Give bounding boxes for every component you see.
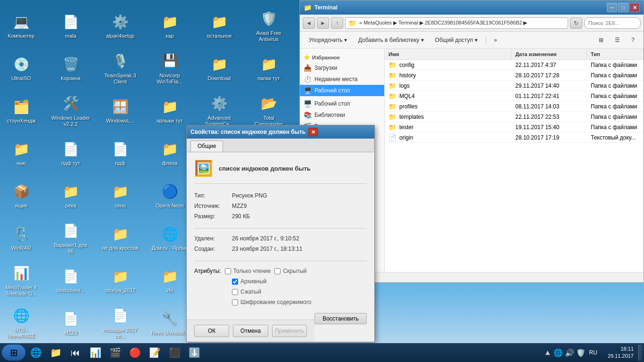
icon-pdf-tut[interactable]: 📄 пдф тут [50,132,92,174]
tab-general[interactable]: Общие [190,140,223,152]
share-button[interactable]: Общий доступ ▾ [430,33,483,47]
start-button[interactable]: ⊞ [2,345,25,361]
file-row-config[interactable]: 📁 config 22.11.2017 4:37 Папка с файлами [385,60,644,70]
icon-pdf[interactable]: 📄 пдф [99,132,141,174]
tray-security-icon[interactable]: 🛡️ [576,348,586,357]
attr-readonly-label[interactable]: Только чтение [225,268,271,274]
icon-alpari4setup[interactable]: ⚙️ alpari4setup [99,5,141,47]
close-button[interactable]: ✕ [629,3,640,12]
view-details-button[interactable]: ⊞ [594,33,609,47]
icon-stounhend[interactable]: 🗂️ стоунХендж [0,90,42,132]
icon-mzz9[interactable]: 📄 МZZ9 [50,302,92,344]
col-type-header[interactable]: Тип [587,49,644,59]
attr-compressed-label[interactable]: Сжатый [232,288,261,295]
icon-istoriya[interactable]: 📁 istoriya_2017 [99,259,141,302]
icon-avast[interactable]: 🛡️ Avast Free Antivirus [248,5,290,47]
icon-variant1[interactable]: 📄 Вариант1 для 96 [50,217,92,259]
taskbar-excel-icon[interactable]: 📊 [86,345,105,361]
attr-hidden-label[interactable]: Скрытый [274,268,306,274]
attr-encrypted-checkbox[interactable] [232,299,238,305]
file-row-tester[interactable]: 📁 tester 19.11.2017 15:40 Папка с файлам… [385,122,644,132]
file-row-profiles[interactable]: 📁 profiles 08.11.2017 14:03 Папка с файл… [385,101,644,112]
dialog-close-button[interactable]: ✕ [308,128,318,136]
restore-button[interactable]: Восстановить [314,313,367,324]
taskbar-media-icon[interactable]: ⏮ [66,345,85,361]
attr-archive-label[interactable]: Архивный [232,278,267,285]
attr-archive-checkbox[interactable] [232,279,238,285]
show-desktop-button[interactable] [638,345,642,361]
nav-downloads[interactable]: 📥 Загрузки [300,62,384,74]
icon-teamspeak3[interactable]: 🎙️ TeamSpeak 3 Client [99,47,141,90]
tray-clock[interactable]: 18:11 29.11.2017 [604,346,637,360]
icon-kar[interactable]: 📁 кар [149,5,191,47]
tray-volume-icon[interactable]: 🔊 [565,348,574,357]
maximize-button[interactable]: □ [618,3,628,12]
icon-novicorp[interactable]: 💾 Novicorp WinToFla... [149,47,191,90]
file-row-logs[interactable]: 📁 logs 29.11.2017 14:40 Папка с файлами [385,81,644,91]
nav-desktop[interactable]: 🖥️ Рабочий стол [300,85,384,96]
icon-revo[interactable]: 🔧 Revo Uninstall... [149,302,191,344]
icon-winrar[interactable]: 🗜️ WinRAR [0,217,42,259]
file-row-origin[interactable]: 📄 origin 28.10.2017 17:19 Текстовый доку… [385,132,644,143]
col-date-header[interactable]: Дата изменения [512,49,587,59]
icon-ultraiso[interactable]: 💿 UltraISO [0,47,42,90]
icon-computer[interactable]: 💻 Компьютер [0,5,42,47]
back-button[interactable]: ◄ [303,17,315,29]
add-to-library-button[interactable]: Добавить в библиотеку ▾ [353,33,429,47]
attr-encrypted-label[interactable]: Шифрование содержимого [232,299,312,305]
icon-dom-ru[interactable]: 🌐 Дом.ru - Ярлык [149,217,191,259]
icon-korzina[interactable]: 🗑️ Корзина [50,47,92,90]
icon-flekha[interactable]: 📁 флеха [149,132,191,174]
address-path[interactable]: 📁 « MetaQuotes ▶ Terminal ▶ 2E8DC2398108… [345,17,568,29]
minimize-button[interactable]: ─ [607,3,617,12]
icon-obshchest[interactable]: 📄 obshchest... [50,259,92,302]
icon-papki-tut[interactable]: 📁 папки тут [248,47,290,90]
attr-compressed-checkbox[interactable] [232,289,238,295]
attr-readonly-checkbox[interactable] [225,268,231,274]
view-list-button[interactable]: ☰ [610,33,625,47]
tray-lang[interactable]: RU [587,349,599,356]
up-button[interactable]: ↑ [331,17,343,29]
cancel-button[interactable]: Отмена [233,325,268,337]
icon-ostalnoe[interactable]: 📁 остальное [198,5,240,47]
file-row-history[interactable]: 📁 history 28.10.2017 17:28 Папка с файла… [385,70,644,81]
file-row-templates[interactable]: 📁 templates 22.11.2017 22:53 Папка с фай… [385,112,644,122]
icon-metatrader4[interactable]: 📊 MetaTrader 4 Teletrade G... [0,259,42,302]
taskbar-torrent-icon[interactable]: ⬇️ [185,345,204,361]
icon-nyu[interactable]: 📁 нью [0,132,42,174]
icon-yarlyki[interactable]: 📁 ярлыки тут [149,90,191,132]
taskbar-word-icon[interactable]: 📝 [145,345,164,361]
search-input[interactable] [584,17,641,29]
icon-loshadki[interactable]: 📄 лошадки 2017 се... [99,302,141,344]
taskbar-explorer-icon[interactable]: 📁 [46,345,65,361]
icon-opera[interactable]: 🔵 Opera Neon [149,174,191,217]
icon-download[interactable]: 📁 Download [198,47,240,90]
taskbar-terminal-icon[interactable]: ⬛ [165,345,184,361]
icon-yashchik[interactable]: 📦 ящик [0,174,42,217]
forward-button[interactable]: ► [317,17,329,29]
icon-windows-loader[interactable]: 🛠️ Windows Loader v2.2.2 [50,90,92,132]
nav-libraries[interactable]: 📚 Библиотеки [300,109,384,121]
refresh-button[interactable]: ↻ [570,17,582,29]
more-button[interactable]: » [489,33,503,47]
icon-uts[interactable]: 🌐 UTS - HomePAGE [0,302,42,344]
col-name-header[interactable]: Имя [385,49,512,59]
icon-windowsl[interactable]: 🪟 WindowsL... [99,90,141,132]
icon-mala[interactable]: 📄 mala [50,5,92,47]
icon-seno[interactable]: 📁 сено [99,174,141,217]
apply-button[interactable]: Применить [272,325,307,337]
organize-button[interactable]: Упорядочить ▾ [304,33,352,47]
file-row-mql4[interactable]: 📁 MQL4 01.11.2017 22:41 Папка с файлами [385,91,644,101]
taskbar-browser-icon[interactable]: 🔴 [125,345,144,361]
tray-network-icon[interactable]: 🌐 [553,348,563,357]
icon-in[interactable]: 📁 Ин [149,259,191,302]
tray-expand-icon[interactable]: ▲ [544,348,552,357]
taskbar-chrome-icon[interactable]: 🌐 [26,345,45,361]
icon-reka[interactable]: 📁 река [50,174,92,217]
nav-desktop2[interactable]: 🖥️ Рабочий стол [300,98,384,109]
icon-ne-dlya[interactable]: 📁 не для кроссов [99,217,141,259]
attr-hidden-checkbox[interactable] [274,268,281,274]
ok-button[interactable]: ОК [194,325,229,337]
nav-recent[interactable]: ⏱️ Недавние места [300,74,384,85]
help-button[interactable]: ? [626,33,640,47]
